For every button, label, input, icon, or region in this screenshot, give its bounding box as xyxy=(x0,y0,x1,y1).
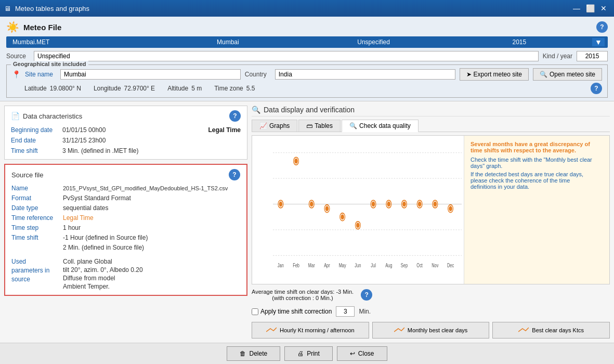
svg-text:Nov: Nov xyxy=(432,262,438,268)
bottom-buttons: Hourly Kt morning / afternoon Monthly be… xyxy=(252,322,610,339)
best-clear-ktcs-icon xyxy=(518,327,529,334)
altitude-value: 5 m xyxy=(191,85,202,92)
timezone-value: 5.5 xyxy=(246,85,255,92)
minimize-button[interactable]: — xyxy=(570,2,583,15)
stats-line2: (with correction : 0 Min.) xyxy=(252,295,354,301)
sf-used-val2: tilt 20°, azim. 0°, Albedo 0.20 xyxy=(63,266,143,274)
geo-box: Geographical site included 📍 Site name C… xyxy=(6,64,608,98)
export-meteo-button[interactable]: ➤ Export meteo site xyxy=(460,68,529,81)
source-input[interactable] xyxy=(34,51,539,61)
right-panel: 🔍 Data display and verification 📈 Graphs… xyxy=(252,106,610,339)
data-point-jan xyxy=(279,202,283,207)
sf-time-shift-value2: 2 Min. (defined in Source file) xyxy=(63,244,144,251)
svg-text:Oct: Oct xyxy=(416,262,423,268)
sf-time-shift-value1: -1 Hour (defined in Source file) xyxy=(63,234,148,241)
stats-help-button[interactable]: ? xyxy=(361,289,372,301)
monthly-best-clear-icon xyxy=(394,327,404,334)
delete-button[interactable]: 🗑 Delete xyxy=(227,346,280,361)
footer: 🗑 Delete 🖨 Print ↩ Close xyxy=(0,343,614,364)
check-icon: 🔍 xyxy=(349,122,357,129)
sf-used-val1: Coll. plane Global xyxy=(63,258,143,265)
geo-help-button[interactable]: ? xyxy=(591,83,602,94)
data-display-title: Data display and verification xyxy=(264,106,355,114)
kind-year-input[interactable] xyxy=(577,51,608,61)
svg-text:Jan: Jan xyxy=(278,262,284,268)
file-bar-dropdown-button[interactable]: ▼ xyxy=(592,38,605,46)
data-characteristics-box: 📄 Data characteristics ? Beginning date … xyxy=(4,106,247,160)
source-label: Source xyxy=(6,53,30,60)
sf-time-ref-label: Time reference xyxy=(11,214,61,222)
altitude-label: Altitude xyxy=(167,85,188,92)
sf-format-value: PvSyst Standard Format xyxy=(63,194,131,202)
chart-area: 60 30 0 -30 -60 Jan Feb Mar Apr May Jun … xyxy=(252,135,610,284)
data-point-feb xyxy=(294,159,298,164)
hourly-kt-icon xyxy=(266,327,277,334)
end-date-label: End date xyxy=(11,137,60,144)
chart-container: 60 30 0 -30 -60 Jan Feb Mar Apr May Jun … xyxy=(252,136,464,284)
sf-used-val3: Diffuse from model xyxy=(63,275,143,282)
sf-time-step-label: Time step xyxy=(11,224,61,231)
svg-text:May: May xyxy=(339,262,346,268)
best-clear-ktcs-button[interactable]: Best clear days Ktcs xyxy=(492,322,610,339)
sf-format-label: Format xyxy=(11,194,61,202)
site-name-label: Site name xyxy=(25,71,56,78)
sf-time-ref-value: Legal Time xyxy=(63,214,94,222)
open-magnify-icon: 🔍 xyxy=(540,71,547,78)
data-point-oct xyxy=(418,202,422,207)
open-meteo-button[interactable]: 🔍 Open meteo site xyxy=(533,68,602,81)
doc-icon: 📄 xyxy=(11,112,20,120)
monthly-best-clear-button[interactable]: Monthly best clear days xyxy=(372,322,490,339)
graphs-icon: 📈 xyxy=(259,122,267,129)
legal-time-value: Legal Time xyxy=(208,126,241,134)
data-char-help-button[interactable]: ? xyxy=(229,110,241,122)
kind-year-label: Kind / year xyxy=(543,53,572,60)
svg-text:Apr: Apr xyxy=(324,262,330,268)
print-icon: 🖨 xyxy=(297,350,304,357)
data-display-magnify-icon: 🔍 xyxy=(252,106,260,114)
maximize-button[interactable]: ⬜ xyxy=(584,2,596,15)
time-shift-value: 3 Min. (defined in .MET file) xyxy=(62,147,139,154)
tabs-bar: 📈 Graphs 🗃 Tables 🔍 Check data quality xyxy=(252,120,610,132)
sf-time-shift-label: Time shift xyxy=(11,234,61,241)
country-input[interactable] xyxy=(275,69,455,80)
pin-icon: 📍 xyxy=(12,70,21,79)
latitude-label: Latitude xyxy=(24,85,47,92)
chart-svg: 60 30 0 -30 -60 Jan Feb Mar Apr May Jun … xyxy=(273,140,462,268)
export-arrow-icon: ➤ xyxy=(466,71,472,78)
sf-used-val4: Ambient Temper. xyxy=(63,283,143,290)
site-name-input[interactable] xyxy=(60,69,241,80)
apply-correction-checkbox[interactable] xyxy=(252,308,258,315)
close-icon: ↩ xyxy=(350,350,355,357)
geo-legend: Geographical site included xyxy=(11,61,88,67)
sf-time-step-value: 1 hour xyxy=(63,224,81,231)
file-bar-filename: Mumbai.MET xyxy=(9,37,155,47)
chart-stats: Average time shift on clear days: -3 Min… xyxy=(252,289,354,301)
close-button[interactable]: ↩ Close xyxy=(337,346,387,361)
apply-correction-checkbox-label[interactable]: Apply time shift correction xyxy=(252,308,332,315)
sf-name-value: 2015_PVsyst_Std_GPI_modified_MayDedouble… xyxy=(63,185,228,191)
app-title: Meteo tables and graphs xyxy=(15,5,89,12)
source-file-help-button[interactable]: ? xyxy=(229,169,240,180)
print-button[interactable]: 🖨 Print xyxy=(284,346,333,361)
longitude-label: Longitude xyxy=(94,85,121,92)
tab-graphs[interactable]: 📈 Graphs xyxy=(252,120,297,132)
svg-text:Jul: Jul xyxy=(371,262,375,268)
hourly-kt-button[interactable]: Hourly Kt morning / afternoon xyxy=(252,322,369,339)
file-bar-year: 2015 xyxy=(447,37,592,47)
country-label: Country xyxy=(245,71,271,78)
data-point-aug xyxy=(387,202,390,207)
tables-icon: 🗃 xyxy=(306,122,312,129)
apply-correction-label: Apply time shift correction xyxy=(260,308,332,315)
correction-min-input[interactable] xyxy=(336,306,355,317)
tab-tables[interactable]: 🗃 Tables xyxy=(298,120,341,132)
data-point-nov xyxy=(434,202,437,207)
data-point-jun xyxy=(356,223,360,228)
tab-check-data-quality[interactable]: 🔍 Check data quality xyxy=(342,120,419,132)
beginning-date-label: Beginning date xyxy=(11,126,60,134)
close-window-button[interactable]: ✕ xyxy=(597,2,610,15)
help-button[interactable]: ? xyxy=(596,21,608,33)
beginning-date-value: 01/01/15 00h00 xyxy=(62,126,106,134)
svg-text:Aug: Aug xyxy=(385,262,392,268)
svg-text:Sep: Sep xyxy=(401,262,408,268)
meteo-file-title: Meteo File xyxy=(23,23,592,32)
